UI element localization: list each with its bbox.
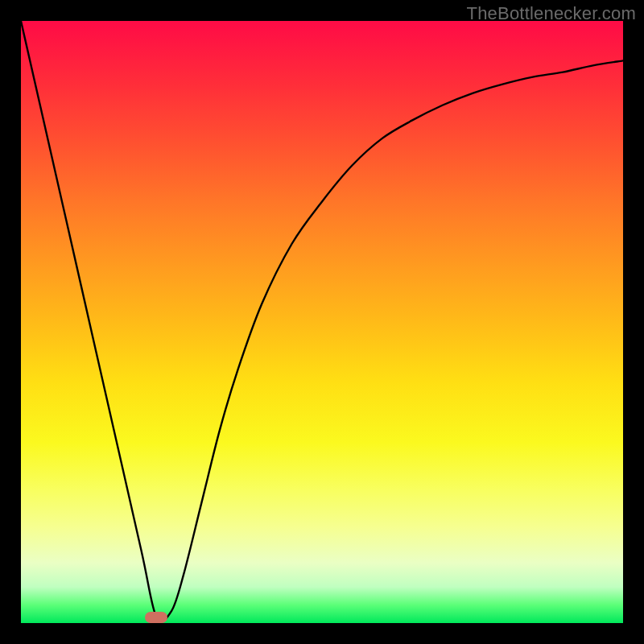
minimum-marker	[145, 612, 167, 623]
plot-area	[21, 21, 623, 623]
chart-frame: TheBottlenecker.com	[0, 0, 644, 644]
bottleneck-curve	[21, 21, 623, 621]
attribution-label: TheBottlenecker.com	[467, 3, 636, 24]
curve-layer	[21, 21, 623, 623]
